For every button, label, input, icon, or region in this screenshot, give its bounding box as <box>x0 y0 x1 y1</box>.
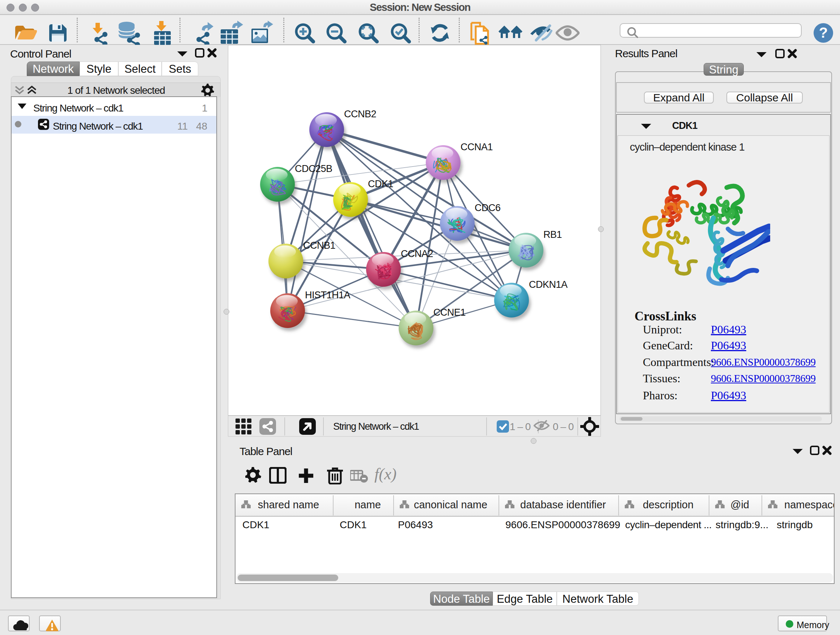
svg-text:CCNE1: CCNE1 <box>433 307 466 318</box>
svg-text:?: ? <box>819 25 828 41</box>
svg-text:CDKN1A: CDKN1A <box>529 279 568 290</box>
svg-text:CDC25B: CDC25B <box>295 163 332 174</box>
svg-text:CCNB1: CCNB1 <box>303 240 335 251</box>
svg-text:CDK1: CDK1 <box>368 179 393 189</box>
svg-text:CCNA2: CCNA2 <box>401 249 433 259</box>
svg-text:CCNA1: CCNA1 <box>461 141 493 152</box>
svg-text:CDC6: CDC6 <box>475 203 501 213</box>
svg-text:CCNB2: CCNB2 <box>344 109 376 119</box>
svg-text:RB1: RB1 <box>543 229 562 240</box>
svg-text:HIST1H1A: HIST1H1A <box>305 290 351 301</box>
